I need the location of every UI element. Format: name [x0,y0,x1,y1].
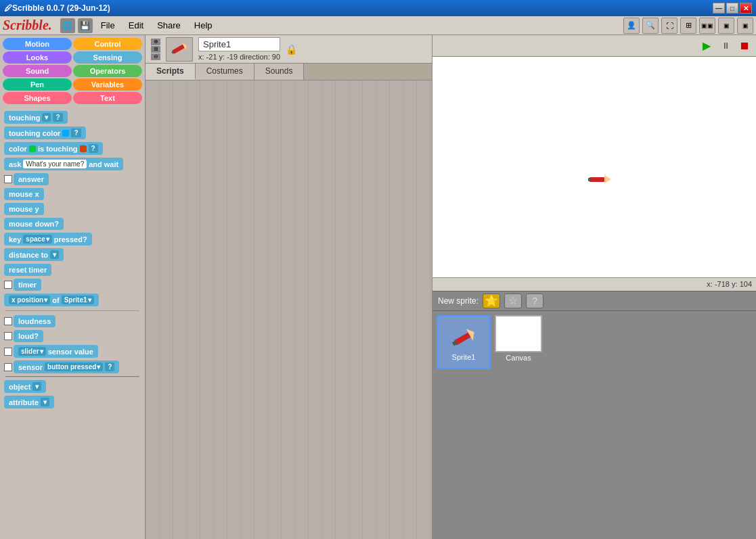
titlebar-icon: 🖊 [4,3,12,13]
app-logo: Scribble. [3,18,52,33]
svg-marker-4 [604,175,611,183]
tab-costumes[interactable]: Costumes [196,64,254,80]
category-operators[interactable]: Operators [73,65,142,77]
block-mouse-x[interactable]: mouse x [4,188,44,200]
sensor-checkbox[interactable] [4,363,12,371]
category-shapes[interactable]: Shapes [3,92,72,104]
object-dropdown[interactable]: ▾ [32,382,41,391]
globe-icon[interactable]: 🌐 [60,18,75,33]
category-text[interactable]: Text [73,92,142,104]
block-mouse-y[interactable]: mouse y [4,203,44,215]
sprite-expand[interactable]: ⊞ [151,46,160,53]
loudness-checkbox[interactable] [4,317,12,325]
layout-icon1[interactable]: ▣▣ [699,18,715,34]
category-looks[interactable]: Looks [3,51,72,64]
new-sprite-label: New sprite: [438,296,479,306]
menu-edit[interactable]: Edit [123,19,149,32]
person-icon[interactable]: 👤 [623,18,640,34]
menu-help[interactable]: Help [189,19,218,32]
lock-icon[interactable]: 🔒 [286,44,297,55]
close-button[interactable]: ✕ [740,3,752,14]
pause-button[interactable]: ⏸ [718,39,733,53]
category-control[interactable]: Control [73,38,142,50]
block-object[interactable]: object ▾ [4,380,46,393]
timer-checkbox[interactable] [4,281,12,289]
loudness-label: loudness [18,317,51,325]
block-ask[interactable]: ask What's your name? and wait [4,158,123,170]
new-sprite-paint-button[interactable]: ⭐ [483,294,500,308]
save-icon[interactable]: 💾 [78,18,93,33]
maximize-button[interactable]: □ [726,3,738,14]
block-sensor-button[interactable]: sensor button pressed ▾ ? [14,360,119,373]
block-reset-timer[interactable]: reset timer [4,264,51,276]
search-icon[interactable]: 🔍 [642,18,659,34]
color2-swatch[interactable] [80,145,87,152]
layout-icon3[interactable]: ▣ [737,18,753,34]
sprite-item-sprite1[interactable]: Sprite1 [437,315,491,369]
block-attribute[interactable]: attribute ▾ [4,396,54,408]
touching-dropdown[interactable]: ▾ [42,113,51,122]
grid-icon[interactable]: ⊞ [680,18,696,34]
sprite-name-input[interactable]: Sprite1 [198,37,280,51]
category-variables[interactable]: Variables [73,78,142,91]
x-pos-dropdown[interactable]: x position ▾ [9,296,50,304]
block-loudness[interactable]: loudness [14,315,55,327]
ask-input[interactable]: What's your name? [23,160,87,168]
run-button[interactable]: ▶ [699,39,714,53]
slider-dropdown[interactable]: slider ▾ [18,347,46,356]
menu-share[interactable]: Share [152,19,186,32]
color1-swatch[interactable] [29,145,36,152]
scripts-area[interactable] [146,80,432,539]
block-timer[interactable]: timer [14,279,41,291]
fullscreen-icon[interactable]: ⛶ [661,18,677,34]
attribute-dropdown[interactable]: ▾ [41,398,49,406]
svg-rect-3 [590,177,604,182]
right-panel: ▶ ⏸ ⏹ x: -718 y: 104 New sprite: ⭐ ☆ [432,35,756,539]
block-loud[interactable]: loud? [14,330,43,342]
category-pen[interactable]: Pen [3,78,72,91]
answer-checkbox[interactable] [4,175,12,183]
touching-color-label: touching color [9,129,60,137]
button-dropdown[interactable]: button pressed ▾ [45,362,103,371]
minimize-button[interactable]: — [713,3,725,14]
category-motion[interactable]: Motion [3,38,72,50]
ask-label: ask [9,160,21,168]
block-key-pressed[interactable]: key space ▾ pressed? [4,233,92,245]
sprite1-thumb [447,323,481,353]
block-row-reset-timer: reset timer [4,264,141,276]
menu-file[interactable]: File [95,19,120,32]
block-row-attribute: attribute ▾ [4,396,141,408]
block-color-is-touching[interactable]: color is touching ? [4,142,103,155]
block-slider-sensor[interactable]: slider ▾ sensor value [14,345,98,358]
toolbar-right: 👤 🔍 ⛶ ⊞ ▣▣ ▣ ▣ [623,18,753,34]
sprite-zoom-in[interactable]: ⊕ [151,39,160,45]
key-label: key [9,235,21,243]
touching-color-swatch[interactable] [62,130,69,137]
block-touching-color[interactable]: touching color ? [4,126,86,139]
new-sprite-open-button[interactable]: ☆ [504,294,522,308]
key-dropdown[interactable]: space ▾ [23,235,51,243]
slider-checkbox[interactable] [4,348,12,356]
separator1 [5,310,139,311]
distance-dropdown[interactable]: ▾ [50,250,59,259]
stage-canvas[interactable] [432,57,756,277]
tab-scripts[interactable]: Scripts [146,64,196,80]
sprite-thumbnail [166,37,193,62]
stop-button[interactable]: ⏹ [737,39,752,53]
category-sound[interactable]: Sound [3,65,72,77]
block-mouse-down[interactable]: mouse down? [4,218,64,230]
block-x-position[interactable]: x position ▾ of Sprite1 ▾ [4,294,99,306]
new-sprite-surprise-button[interactable]: ? [526,294,543,308]
canvas-thumb[interactable] [495,315,542,352]
sprite-dropdown[interactable]: Sprite1 ▾ [62,296,94,304]
block-touching[interactable]: touching ▾ ? [4,111,68,124]
block-answer[interactable]: answer [14,173,49,185]
block-distance-to[interactable]: distance to ▾ [4,248,64,261]
sprite-zoom-out[interactable]: ⊖ [151,53,160,60]
canvas-item[interactable]: Canvas [495,315,542,369]
tab-sounds[interactable]: Sounds [254,64,305,80]
category-sensing[interactable]: Sensing [73,51,142,64]
loud-checkbox[interactable] [4,332,12,340]
block-row-loud: loud? [4,330,141,342]
layout-icon2[interactable]: ▣ [718,18,734,34]
